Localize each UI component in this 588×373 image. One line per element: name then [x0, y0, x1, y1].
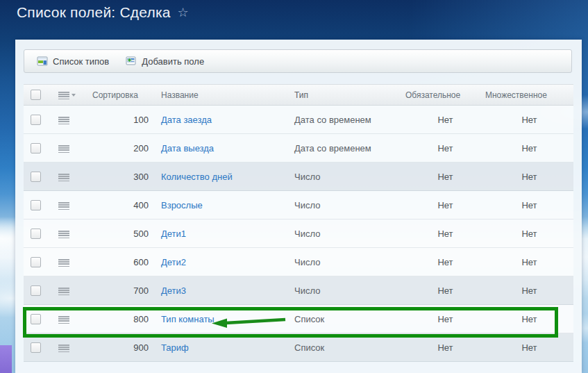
row-checkbox-cell	[24, 171, 56, 182]
add-field-icon	[126, 56, 137, 67]
field-name-link[interactable]: Тариф	[161, 342, 189, 353]
column-header-type[interactable]: Тип	[294, 90, 405, 100]
table-row[interactable]: 900 Тариф Список Нет Нет	[24, 333, 573, 362]
row-drag-cell	[56, 143, 83, 154]
field-name-cell: Тариф	[158, 342, 294, 353]
field-type-value: Список	[294, 342, 405, 353]
row-drag-cell	[56, 314, 83, 324]
field-required-value: Нет	[405, 314, 485, 324]
row-drag-cell	[56, 342, 83, 353]
drag-handle-icon[interactable]	[58, 174, 69, 181]
table-row[interactable]: 100 Дата заезда Дата со временем Нет Нет	[24, 106, 573, 134]
header-select-all-cell	[24, 90, 56, 100]
field-multiple-value: Нет	[485, 314, 573, 324]
row-checkbox-cell	[24, 199, 56, 210]
field-name-cell: Дети1	[158, 229, 294, 239]
field-name-cell: Тип комнаты	[158, 314, 294, 324]
field-required-value: Нет	[405, 229, 485, 239]
field-name-link[interactable]: Дети2	[161, 257, 186, 267]
background-artifact	[0, 345, 12, 373]
table-row[interactable]: 300 Количество дней Число Нет Нет	[24, 163, 573, 191]
row-checkbox[interactable]	[31, 200, 41, 210]
field-name-link[interactable]: Количество дней	[161, 172, 233, 182]
row-checkbox-cell	[24, 256, 56, 267]
field-type-value: Число	[294, 172, 405, 182]
field-sort-value: 700	[83, 285, 158, 296]
field-required-value: Нет	[405, 257, 485, 267]
field-name-link[interactable]: Взрослые	[161, 200, 203, 210]
row-checkbox[interactable]	[31, 143, 41, 154]
drag-handle-icon[interactable]	[58, 117, 69, 124]
grid-settings-icon[interactable]	[58, 92, 69, 99]
field-name-cell: Дети2	[158, 257, 294, 267]
row-checkbox[interactable]	[31, 172, 41, 182]
table-row[interactable]: 600 Дети2 Число Нет Нет	[24, 248, 573, 276]
field-multiple-value: Нет	[485, 200, 573, 210]
desktop-background: Список полей: Сделка ☆ Список типов	[0, 0, 588, 373]
row-checkbox[interactable]	[31, 285, 41, 296]
field-name-link[interactable]: Дата заезда	[161, 115, 212, 125]
field-type-value: Число	[294, 229, 405, 239]
field-multiple-value: Нет	[485, 115, 573, 125]
field-required-value: Нет	[405, 115, 485, 125]
add-field-button[interactable]: Добавить поле	[117, 51, 212, 71]
field-type-value: Число	[294, 200, 405, 210]
field-required-value: Нет	[405, 200, 485, 210]
field-required-value: Нет	[405, 143, 485, 154]
chevron-down-icon	[72, 94, 76, 97]
table-row[interactable]: 400 Взрослые Число Нет Нет	[24, 191, 573, 219]
row-checkbox[interactable]	[31, 257, 41, 267]
row-drag-cell	[56, 115, 83, 125]
column-header-multiple[interactable]: Множественное	[485, 90, 573, 100]
toolbar: Список типов Добавить поле	[24, 49, 572, 73]
list-types-icon	[37, 56, 48, 67]
row-drag-cell	[56, 285, 83, 296]
field-type-value: Дата со временем	[294, 115, 405, 125]
column-header-sort[interactable]: Сортировка	[83, 90, 158, 100]
drag-handle-icon[interactable]	[58, 202, 69, 210]
field-name-link[interactable]: Дети1	[161, 229, 186, 239]
field-sort-value: 500	[83, 229, 158, 239]
row-checkbox-cell	[24, 228, 56, 239]
drag-handle-icon[interactable]	[58, 288, 69, 295]
field-sort-value: 200	[83, 143, 158, 154]
field-required-value: Нет	[405, 172, 485, 182]
row-checkbox[interactable]	[31, 229, 41, 239]
drag-handle-icon[interactable]	[58, 145, 69, 153]
column-header-required[interactable]: Обязательное	[405, 90, 485, 100]
field-name-link[interactable]: Дата выезда	[161, 143, 214, 154]
field-required-value: Нет	[405, 342, 485, 353]
add-field-label: Добавить поле	[142, 56, 204, 67]
row-checkbox[interactable]	[31, 314, 41, 324]
drag-handle-icon[interactable]	[58, 345, 69, 352]
field-multiple-value: Нет	[485, 229, 573, 239]
row-drag-cell	[56, 200, 83, 210]
favorite-star-icon[interactable]: ☆	[178, 6, 189, 19]
field-required-value: Нет	[405, 285, 485, 296]
row-checkbox[interactable]	[31, 342, 41, 353]
list-types-button[interactable]: Список типов	[28, 51, 117, 71]
field-sort-value: 300	[83, 172, 158, 182]
field-type-value: Число	[294, 285, 405, 296]
table-row[interactable]: 200 Дата выезда Дата со временем Нет Нет	[24, 134, 573, 163]
field-sort-value: 100	[83, 115, 158, 125]
row-checkbox-cell	[24, 114, 56, 125]
table-row[interactable]: 800 Тип комнаты Список Нет Нет	[24, 305, 573, 333]
field-name-link[interactable]: Тип комнаты	[161, 314, 215, 324]
field-sort-value: 800	[83, 314, 158, 324]
column-header-name[interactable]: Название	[158, 90, 294, 100]
table-row[interactable]: 700 Дети3 Число Нет Нет	[24, 276, 573, 305]
content-panel: Список типов Добавить поле	[15, 40, 582, 373]
table-row[interactable]: 500 Дети1 Число Нет Нет	[24, 219, 573, 248]
drag-handle-icon[interactable]	[58, 231, 69, 238]
row-checkbox-cell	[24, 313, 56, 324]
drag-handle-icon[interactable]	[58, 316, 69, 324]
field-multiple-value: Нет	[485, 172, 573, 182]
drag-handle-icon[interactable]	[58, 259, 69, 267]
row-checkbox-cell	[24, 285, 56, 296]
row-checkbox[interactable]	[31, 115, 41, 125]
field-name-cell: Дата заезда	[158, 115, 294, 125]
field-sort-value: 900	[83, 342, 158, 353]
field-name-link[interactable]: Дети3	[161, 285, 186, 296]
select-all-checkbox[interactable]	[31, 90, 41, 100]
